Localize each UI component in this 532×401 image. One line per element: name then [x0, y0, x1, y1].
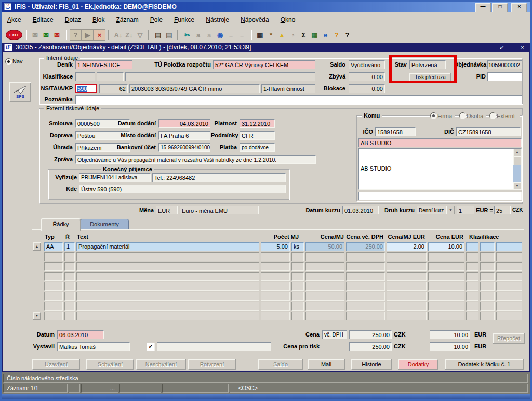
table-cell-empty[interactable] — [480, 272, 495, 281]
clock-icon[interactable]: ◔ — [287, 30, 298, 40]
table-cell-empty[interactable] — [64, 252, 75, 261]
table-cell-empty[interactable] — [428, 252, 464, 261]
table-cell-empty[interactable] — [466, 292, 478, 301]
table-cell-empty[interactable] — [466, 262, 478, 271]
menu-item-pole[interactable]: Pole — [144, 14, 168, 25]
vystavil-field[interactable]: Malkus Tomáš — [57, 342, 130, 351]
denik-field[interactable]: 1 NEINVESTICE — [75, 60, 132, 69]
query-execute-icon[interactable]: ▶ — [82, 29, 94, 41]
cena-eur-field[interactable]: 10.00 — [430, 330, 470, 339]
tab-dokumenty[interactable]: Dokumenty — [80, 219, 129, 230]
dodatek-k-radku-button[interactable]: Dodatek k řádku č. 1 — [445, 359, 524, 370]
saldo-button[interactable]: Saldo — [258, 359, 303, 370]
kurz-field[interactable]: 25 — [494, 206, 511, 214]
cell-cena-mj[interactable]: 50.00 — [305, 242, 344, 251]
table-cell-empty[interactable] — [346, 312, 385, 320]
cell-klasifikace-2[interactable] — [480, 242, 495, 251]
close-button[interactable]: × — [511, 3, 527, 13]
telefon-field[interactable]: Tel.: 224968482 — [152, 173, 286, 182]
zbyva-field[interactable]: 0.00 — [349, 72, 385, 81]
table-cell-empty[interactable] — [261, 252, 290, 261]
menu-item-okno[interactable]: Okno — [275, 14, 301, 25]
historie-button[interactable]: Historie — [351, 359, 392, 370]
table-cell-empty[interactable] — [305, 302, 344, 311]
table-cell-empty[interactable] — [346, 262, 385, 271]
table-cell-empty[interactable] — [44, 312, 63, 320]
table-cell-empty[interactable] — [480, 292, 495, 301]
table-cell-empty[interactable] — [291, 312, 304, 320]
mdi-minimize-button[interactable]: — — [508, 44, 516, 51]
firma-nazev-field[interactable]: AB STUDIO — [358, 138, 522, 147]
table-cell-empty[interactable] — [291, 262, 304, 271]
poznamka-field[interactable] — [75, 95, 522, 104]
table-cell-empty[interactable] — [64, 292, 75, 301]
table-cell-empty[interactable] — [346, 282, 385, 291]
table-cell-empty[interactable] — [428, 282, 464, 291]
menu-item-blok[interactable]: Blok — [87, 14, 110, 25]
blokace-field[interactable]: 0.00 — [349, 84, 385, 93]
table-cell-empty[interactable] — [480, 262, 495, 271]
cell-text[interactable]: Propagační materiál — [76, 242, 259, 251]
podminky-field[interactable]: CFR — [240, 131, 275, 140]
cell-mj[interactable]: ks — [291, 242, 304, 251]
table-cell-empty[interactable] — [64, 302, 75, 311]
cell-typ[interactable]: AA — [44, 242, 63, 251]
table-cell-empty[interactable] — [496, 262, 522, 271]
table-cell-empty[interactable] — [76, 282, 259, 291]
potvrzeni-button[interactable]: Potvrzení — [188, 359, 236, 370]
klasifikace-field-2[interactable] — [97, 72, 124, 81]
table-cell-empty[interactable] — [76, 312, 259, 320]
platba-field[interactable]: po dodávce — [240, 143, 275, 152]
cell-klasifikace-3[interactable] — [496, 242, 522, 251]
table-cell-empty[interactable] — [466, 302, 478, 311]
table-cell-empty[interactable] — [466, 312, 478, 320]
paste-icon[interactable]: a — [193, 30, 204, 40]
kde-field[interactable]: Ústav 590 (590) — [79, 185, 286, 193]
table-cell-empty[interactable] — [64, 312, 75, 320]
copy-icon[interactable]: a — [204, 30, 215, 40]
table-cell-empty[interactable] — [480, 252, 495, 261]
tree-icon[interactable]: ≡ — [236, 30, 247, 40]
mail-button[interactable]: Mail — [308, 359, 345, 370]
table-cell-empty[interactable] — [466, 272, 478, 281]
sort-za-icon[interactable]: Z↓ — [124, 30, 135, 40]
table-cell-empty[interactable] — [76, 292, 259, 301]
kp-field[interactable]: 1-Hlavní činnost — [261, 84, 315, 93]
prism-icon[interactable]: ▲ — [276, 30, 287, 40]
query-enter-icon[interactable]: ? — [70, 29, 82, 41]
table-cell-empty[interactable] — [428, 272, 464, 281]
query-cancel-icon[interactable]: × — [94, 29, 105, 41]
table-cell-empty[interactable] — [305, 292, 344, 301]
table-cell-empty[interactable] — [428, 292, 464, 301]
table-cell-empty[interactable] — [387, 262, 427, 271]
address-textarea[interactable]: AB STUDIO Na Truhlářce 39 102 27 PRAHA 8 — [358, 148, 522, 190]
help-topic-icon[interactable]: ? — [331, 30, 342, 40]
mail-add-icon[interactable]: ✉ — [41, 30, 51, 40]
print-icon[interactable]: ▤ — [153, 30, 164, 40]
table-cell-empty[interactable] — [387, 302, 427, 311]
datum-field[interactable]: 06.03.2010 — [57, 330, 104, 339]
mail-remove-icon[interactable]: ✉ — [51, 30, 62, 40]
cena-typ-field[interactable]: vč. DPH — [322, 330, 347, 339]
table-cell-empty[interactable] — [387, 252, 427, 261]
cell-cena-dph[interactable]: 250.00 — [346, 242, 385, 251]
menu-item-akce[interactable]: Akce — [2, 14, 27, 25]
cena-pro-tisk-czk-field[interactable]: 250.00 — [349, 342, 392, 351]
table-cell-empty[interactable] — [44, 292, 63, 301]
print-list-icon[interactable]: ▤ — [164, 30, 175, 40]
table-cell-empty[interactable] — [480, 312, 495, 320]
klasifikace-field-1[interactable] — [75, 72, 95, 81]
sort-az-icon[interactable]: A↓ — [113, 30, 124, 40]
uzavreni-button[interactable]: Uzavření — [32, 359, 80, 370]
mdi-title-bar[interactable]: iF 30335 - Zásobování/Objednávky - detai… — [2, 43, 530, 52]
mena-kod-field[interactable]: EUR — [156, 206, 178, 214]
table-cell-empty[interactable] — [261, 272, 290, 281]
table-cell-empty[interactable] — [291, 292, 304, 301]
table-cell-empty[interactable] — [305, 252, 344, 261]
table-cell-empty[interactable] — [466, 282, 478, 291]
table-cell-empty[interactable] — [64, 272, 75, 281]
ta-field[interactable]: 62 — [99, 84, 128, 93]
table-cell-empty[interactable] — [496, 272, 522, 281]
table-cell-empty[interactable] — [261, 282, 290, 291]
cell-pocet[interactable]: 5.00 — [261, 242, 290, 251]
